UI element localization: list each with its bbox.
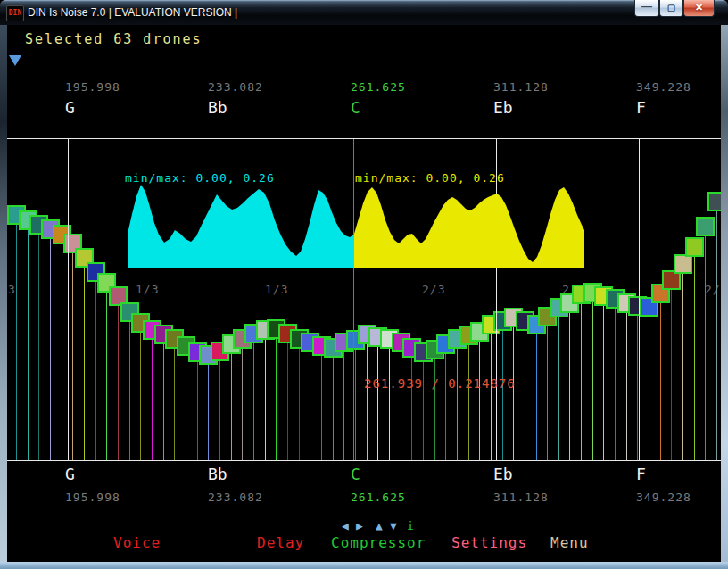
grid-bottom-line — [7, 460, 721, 461]
note-label-bottom: F — [636, 465, 646, 483]
window-border-bottom — [0, 562, 728, 569]
nav-down-icon[interactable]: ▼ — [390, 519, 397, 532]
window-border-right — [721, 25, 728, 562]
info-icon[interactable]: i — [407, 519, 414, 532]
status-text: Selected 63 drones — [25, 31, 203, 47]
freq-label-top: 195.998 — [65, 80, 120, 94]
note-label-bottom: Bb — [208, 465, 228, 483]
minmax-label: min/max: 0.00, 0.26 — [355, 171, 505, 185]
freq-label-top: 311.128 — [493, 80, 549, 94]
window-border-left — [0, 25, 7, 562]
minmax-label: min/max: 0.00, 0.26 — [125, 171, 275, 185]
app-window: 195.998GG195.998233.082BbBb233.082261.62… — [0, 0, 728, 569]
range-marker-icon[interactable] — [9, 55, 21, 66]
nav-up-icon[interactable]: ▲ — [376, 519, 383, 532]
note-label-bottom: C — [351, 465, 360, 483]
nav-left-icon[interactable]: ◀ — [342, 519, 349, 532]
note-label-top: F — [636, 98, 646, 117]
menu-item-settings[interactable]: Settings — [451, 534, 527, 551]
freq-label-top: 261.625 — [351, 80, 406, 94]
freq-label-top: 233.082 — [208, 80, 263, 94]
right-envelope[interactable] — [354, 187, 584, 268]
nav-right-icon[interactable]: ▶ — [356, 519, 363, 532]
note-label-top: Eb — [493, 98, 513, 117]
menu-item-voice[interactable]: Voice — [113, 534, 161, 551]
grid-top-line — [7, 138, 721, 139]
menu-item-menu[interactable]: Menu — [550, 534, 589, 551]
note-label-top: C — [351, 98, 360, 117]
note-label-top: G — [65, 98, 75, 117]
note-label-bottom: G — [65, 465, 75, 483]
note-label-top: Bb — [208, 98, 228, 117]
freq-label-bottom: 195.998 — [65, 491, 120, 504]
menu-item-delay[interactable]: Delay — [257, 534, 304, 551]
freq-label-bottom: 233.082 — [208, 491, 263, 504]
menu-item-compressor[interactable]: Compressor — [331, 534, 426, 551]
left-envelope[interactable] — [128, 185, 354, 268]
note-label-bottom: Eb — [493, 465, 513, 483]
freq-label-top: 349.228 — [636, 80, 691, 94]
freq-label-bottom: 349.228 — [636, 491, 691, 504]
freq-label-bottom: 261.625 — [351, 491, 406, 504]
cursor-readout: 261.939 / 0.214876 — [364, 376, 516, 391]
freq-label-bottom: 311.128 — [493, 491, 549, 504]
